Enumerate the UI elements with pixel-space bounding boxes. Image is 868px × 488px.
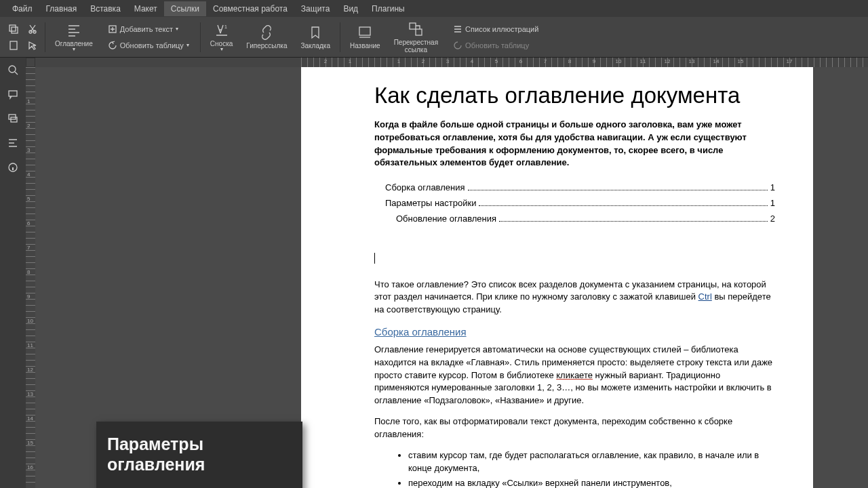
svg-rect-7 bbox=[359, 27, 370, 35]
tooltip-card: Параметры оглавления bbox=[96, 422, 302, 488]
menu-вид[interactable]: Вид bbox=[336, 1, 365, 16]
select-button[interactable] bbox=[26, 39, 39, 52]
add-text-button[interactable]: Добавить текст ▾ bbox=[105, 23, 192, 35]
svg-rect-1 bbox=[12, 27, 18, 33]
refresh-table-disabled: Обновить таблицу bbox=[450, 39, 541, 52]
refresh-table-button[interactable]: Обновить таблицу ▾ bbox=[105, 39, 192, 52]
info-icon[interactable] bbox=[6, 161, 20, 174]
svg-rect-2 bbox=[10, 41, 17, 49]
caption-icon bbox=[357, 24, 373, 41]
menu-вставка[interactable]: Вставка bbox=[83, 1, 127, 16]
svg-point-10 bbox=[9, 66, 16, 73]
document-page[interactable]: Как сделать оглавление документа Когда в… bbox=[301, 67, 813, 488]
refresh-icon bbox=[453, 41, 462, 50]
paste-button[interactable] bbox=[7, 39, 20, 52]
toc-icon bbox=[66, 22, 82, 39]
ruler-horizontal[interactable]: 2112345678910111213141517 bbox=[35, 58, 868, 67]
paragraph: После того, как вы отформатировали текст… bbox=[374, 415, 775, 441]
link-icon bbox=[258, 24, 275, 41]
menu-защита[interactable]: Защита bbox=[294, 1, 337, 16]
copy-button[interactable] bbox=[7, 22, 20, 36]
footnote-icon: 1 bbox=[214, 22, 230, 39]
bookmark-button[interactable]: Закладка bbox=[294, 24, 336, 49]
hyperlink-button[interactable]: Гиперссылка bbox=[239, 24, 294, 49]
paragraph: Что такое оглавление? Это список всех ра… bbox=[374, 279, 775, 317]
bullet-list: ставим курсор там, где будет располагать… bbox=[408, 449, 775, 488]
menu-файл[interactable]: Файл bbox=[5, 1, 39, 16]
ctrl-link: Ctrl bbox=[698, 291, 712, 302]
toc-entry[interactable]: Параметры настройки1 bbox=[385, 197, 775, 210]
svg-rect-11 bbox=[9, 91, 17, 96]
menu-совместная работа[interactable]: Совместная работа bbox=[206, 1, 294, 16]
chat-icon[interactable] bbox=[6, 112, 20, 125]
text-cursor bbox=[374, 253, 375, 264]
crossref-icon bbox=[408, 21, 424, 37]
intro-paragraph: Когда в файле больше одной страницы и бо… bbox=[374, 119, 775, 169]
menu-главная[interactable]: Главная bbox=[39, 1, 84, 16]
bookmark-icon bbox=[307, 24, 323, 41]
menu-плагины[interactable]: Плагины bbox=[365, 1, 412, 16]
click-link: кликаете bbox=[556, 370, 593, 380]
menu-ссылки[interactable]: Ссылки bbox=[164, 1, 206, 16]
menubar: ФайлГлавнаяВставкаМакетСсылкиСовместная … bbox=[0, 0, 868, 17]
menu-макет[interactable]: Макет bbox=[127, 1, 164, 16]
toc-button[interactable]: Оглавление bbox=[48, 22, 100, 52]
list-item: ставим курсор там, где будет располагать… bbox=[408, 449, 775, 475]
section-heading: Сборка оглавления bbox=[374, 325, 775, 340]
toolbar-references: Оглавление Добавить текст ▾ Обновить таб… bbox=[0, 17, 868, 58]
headings-icon[interactable] bbox=[6, 136, 20, 150]
refresh-icon bbox=[108, 41, 117, 50]
comments-icon[interactable] bbox=[6, 87, 20, 101]
toc-entry[interactable]: Обновление оглавления2 bbox=[396, 213, 775, 226]
list-item: переходим на вкладку «Ссылки» верхней па… bbox=[408, 477, 775, 488]
illustrations-list-button[interactable]: Список иллюстраций bbox=[450, 23, 541, 35]
list-icon bbox=[453, 24, 462, 34]
footnote-button[interactable]: 1 Сноска bbox=[203, 22, 239, 52]
crossref-button[interactable]: Перекрестная ссылка bbox=[387, 21, 445, 54]
add-text-icon bbox=[108, 24, 117, 34]
toc-entry[interactable]: Сборка оглавления1 bbox=[385, 182, 775, 195]
svg-text:1: 1 bbox=[224, 24, 227, 29]
ruler-corner bbox=[26, 58, 35, 67]
ruler-vertical[interactable]: 12345678910111213141516 bbox=[26, 67, 35, 488]
left-sidebar bbox=[0, 58, 26, 488]
paragraph: Оглавление генерируется автоматически на… bbox=[374, 344, 775, 407]
svg-rect-9 bbox=[416, 29, 422, 35]
caption-button[interactable]: Название bbox=[343, 24, 387, 49]
cut-button[interactable] bbox=[26, 22, 39, 36]
page-title: Как сделать оглавление документа bbox=[374, 79, 775, 112]
search-icon[interactable] bbox=[6, 63, 20, 77]
svg-rect-8 bbox=[410, 23, 416, 29]
svg-rect-0 bbox=[9, 25, 16, 31]
table-of-contents: Сборка оглавления1Параметры настройки1Об… bbox=[385, 182, 775, 226]
